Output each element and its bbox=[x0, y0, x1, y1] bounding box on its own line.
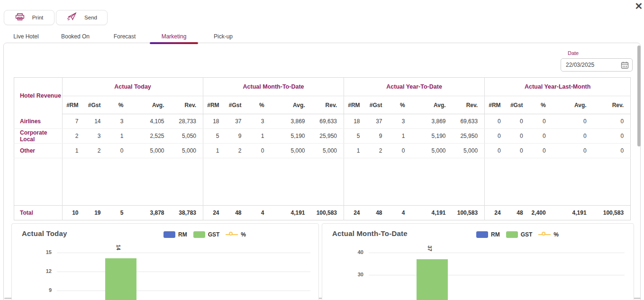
legend-item-gst[interactable]: GST bbox=[193, 231, 220, 238]
calendar-icon[interactable] bbox=[621, 61, 629, 71]
col-header: #RM bbox=[203, 96, 226, 114]
cell: 1 bbox=[389, 129, 412, 144]
legend-label: % bbox=[553, 231, 559, 238]
date-input[interactable] bbox=[561, 59, 612, 71]
chart-actual-today: Actual Today RM GST % 15 12 9 14 bbox=[11, 223, 319, 300]
gridline bbox=[369, 253, 625, 253]
cell: 48 bbox=[367, 206, 389, 220]
cell: 38,783 bbox=[171, 206, 203, 220]
spacer-cell bbox=[344, 158, 485, 206]
table-row-airlines: Airlines 7 14 3 4,105 28,733 18 37 3 3,8… bbox=[14, 114, 631, 129]
cell: 19 bbox=[85, 206, 108, 220]
legend-item-gst[interactable]: GST bbox=[506, 231, 533, 238]
tab-forecast[interactable]: Forecast bbox=[100, 29, 149, 43]
cell: 1 bbox=[108, 129, 130, 144]
cell: 5,190 bbox=[271, 129, 312, 144]
cell: 0 bbox=[508, 144, 530, 158]
gst-swatch-icon bbox=[193, 231, 205, 238]
tab-label: Live Hotel bbox=[13, 33, 38, 40]
chart-actual-month-to-date: Actual Month-To-Date RM GST % 40 30 37 bbox=[322, 223, 634, 300]
send-button[interactable]: Send bbox=[56, 10, 108, 25]
legend-item-pct[interactable]: % bbox=[538, 231, 559, 238]
cell: 3,869 bbox=[412, 114, 453, 129]
tab-booked-on[interactable]: Booked On bbox=[51, 29, 100, 43]
cell: 48 bbox=[226, 206, 248, 220]
cell: 5,000 bbox=[271, 144, 312, 158]
send-button-label: Send bbox=[84, 15, 97, 20]
cell: 3 bbox=[85, 129, 108, 144]
active-tab-underline bbox=[150, 42, 198, 44]
tab-label: Pick-up bbox=[214, 33, 233, 40]
cell: 2 bbox=[226, 144, 248, 158]
tab-marketing[interactable]: Marketing bbox=[149, 29, 199, 43]
cell: 0 bbox=[593, 129, 631, 144]
cell: 5,050 bbox=[171, 129, 203, 144]
cell: 0 bbox=[593, 144, 631, 158]
gridline bbox=[57, 291, 310, 291]
y-axis-tick: 40 bbox=[349, 249, 363, 255]
group-header-actual-mtd: Actual Month-To-Date bbox=[203, 78, 344, 96]
cell: 4,105 bbox=[130, 114, 171, 129]
col-header: % bbox=[108, 96, 130, 114]
percent-line-marker-icon bbox=[538, 231, 551, 238]
tab-live-hotel[interactable]: Live Hotel bbox=[1, 29, 51, 43]
cell: 2,525 bbox=[130, 129, 171, 144]
corner-header: Hotel Revenue bbox=[14, 78, 63, 114]
cell: 2 bbox=[63, 129, 85, 144]
cell: 100,583 bbox=[312, 206, 344, 220]
table-empty-space bbox=[14, 158, 631, 206]
tab-label: Forecast bbox=[114, 33, 136, 40]
tab-pick-up[interactable]: Pick-up bbox=[199, 29, 248, 43]
cell: 10 bbox=[63, 206, 85, 220]
date-label: Date bbox=[568, 50, 633, 56]
cell: 2 bbox=[85, 144, 108, 158]
legend-label: GST bbox=[521, 231, 533, 238]
cell: 0 bbox=[485, 144, 508, 158]
chart-title: Actual Today bbox=[22, 229, 67, 237]
cell: 5 bbox=[344, 129, 367, 144]
cell: 14 bbox=[85, 114, 108, 129]
cell: 0 bbox=[248, 144, 271, 158]
cell: 5 bbox=[108, 206, 130, 220]
spacer-cell bbox=[485, 158, 631, 206]
percent-line-marker-icon bbox=[226, 231, 238, 238]
legend-label: RM bbox=[491, 231, 500, 238]
col-header: % bbox=[389, 96, 412, 114]
cell: 4,191 bbox=[271, 206, 312, 220]
cell: 18 bbox=[203, 114, 226, 129]
cell: 1 bbox=[344, 144, 367, 158]
cell: 0 bbox=[530, 129, 553, 144]
date-field-group: Date bbox=[561, 50, 633, 72]
legend-item-rm[interactable]: RM bbox=[163, 231, 187, 238]
legend-item-rm[interactable]: RM bbox=[476, 231, 500, 238]
cell: 0 bbox=[593, 114, 631, 129]
print-button[interactable]: Print bbox=[4, 10, 54, 25]
cell: 100,583 bbox=[453, 206, 485, 220]
date-input-box bbox=[561, 58, 633, 72]
cell: 0 bbox=[508, 114, 530, 129]
print-button-label: Print bbox=[32, 15, 44, 20]
cell: 0 bbox=[389, 144, 412, 158]
vertical-scrollbar-thumb[interactable] bbox=[637, 45, 641, 146]
cell: 69,633 bbox=[312, 114, 344, 129]
legend-label: % bbox=[241, 231, 246, 238]
close-icon[interactable]: ✕ bbox=[633, 0, 644, 12]
row-label: Airlines bbox=[14, 114, 63, 129]
tab-label: Marketing bbox=[162, 33, 187, 40]
cell: 4 bbox=[248, 206, 271, 220]
row-label: Total bbox=[14, 206, 63, 220]
chart-title: Actual Month-To-Date bbox=[332, 229, 408, 237]
hotel-revenue-table: Hotel Revenue Actual Today Actual Month-… bbox=[14, 77, 631, 220]
col-header: #Gst bbox=[367, 96, 389, 114]
legend-item-pct[interactable]: % bbox=[226, 231, 246, 238]
cell: 1 bbox=[203, 144, 226, 158]
col-header: % bbox=[248, 96, 271, 114]
table-row-other: Other 1 2 0 5,000 5,000 1 2 0 5,000 5,00… bbox=[14, 144, 631, 158]
col-header: #RM bbox=[344, 96, 367, 114]
group-header-actual-ylm: Actual Year-Last-Month bbox=[485, 78, 631, 96]
bar-value-label: 14 bbox=[116, 245, 121, 250]
cell: 5,000 bbox=[130, 144, 171, 158]
gridline bbox=[57, 272, 310, 272]
chart-legend: RM GST % bbox=[163, 231, 246, 238]
y-axis-tick: 12 bbox=[37, 268, 52, 274]
